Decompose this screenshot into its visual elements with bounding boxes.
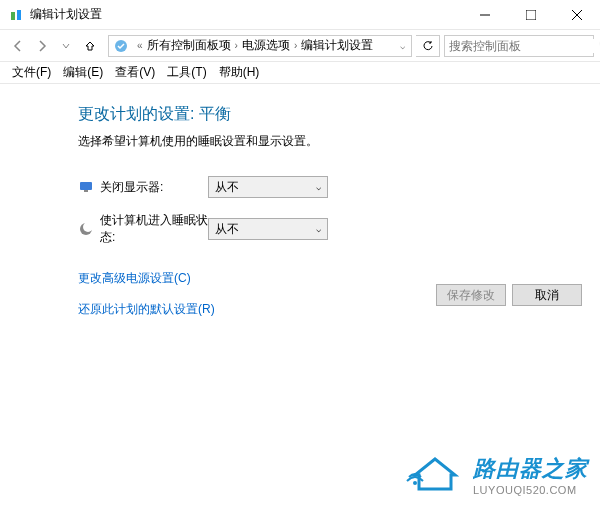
close-button[interactable]: [554, 0, 600, 30]
navbar: « 所有控制面板项 › 电源选项 › 编辑计划设置 ⌵ 🔍: [0, 30, 600, 62]
svg-point-10: [83, 222, 93, 232]
control-panel-icon: [113, 38, 129, 54]
recent-dropdown[interactable]: [56, 36, 76, 56]
svg-rect-8: [84, 190, 88, 192]
breadcrumb-item[interactable]: 电源选项: [242, 37, 290, 54]
save-button[interactable]: 保存修改: [436, 284, 506, 306]
button-bar: 保存修改 取消: [436, 284, 582, 306]
watermark: 路由器之家 LUYOUQI520.COM: [405, 451, 588, 499]
search-box[interactable]: 🔍: [444, 35, 594, 57]
chevron-right-icon: «: [137, 40, 143, 51]
dropdown-value: 从不: [215, 179, 316, 196]
chevron-right-icon: ›: [294, 40, 297, 51]
dropdown-value: 从不: [215, 221, 316, 238]
search-input[interactable]: [449, 39, 599, 53]
watermark-url: LUYOUQI520.COM: [473, 484, 588, 496]
monitor-icon: [78, 179, 94, 195]
watermark-text: 路由器之家 LUYOUQI520.COM: [473, 454, 588, 496]
menu-tools[interactable]: 工具(T): [161, 64, 212, 81]
window-controls: [462, 0, 600, 30]
titlebar: 编辑计划设置: [0, 0, 600, 30]
window-title: 编辑计划设置: [30, 6, 462, 23]
up-button[interactable]: [80, 36, 100, 56]
svg-rect-0: [11, 12, 15, 20]
menubar: 文件(F) 编辑(E) 查看(V) 工具(T) 帮助(H): [0, 62, 600, 84]
maximize-button[interactable]: [508, 0, 554, 30]
menu-edit[interactable]: 编辑(E): [57, 64, 109, 81]
breadcrumb[interactable]: « 所有控制面板项 › 电源选项 › 编辑计划设置 ⌵: [108, 35, 412, 57]
back-button[interactable]: [8, 36, 28, 56]
breadcrumb-item[interactable]: 编辑计划设置: [301, 37, 373, 54]
chevron-down-icon: ⌵: [316, 182, 321, 192]
svg-rect-7: [80, 182, 92, 190]
setting-label: 关闭显示器:: [100, 179, 208, 196]
chevron-right-icon: ›: [235, 40, 238, 51]
chevron-down-icon[interactable]: ⌵: [400, 41, 405, 51]
watermark-logo: [405, 451, 465, 499]
app-icon: [8, 7, 24, 23]
menu-view[interactable]: 查看(V): [109, 64, 161, 81]
setting-label: 使计算机进入睡眠状态:: [100, 212, 208, 246]
setting-display-off: 关闭显示器: 从不 ⌵: [78, 176, 600, 198]
breadcrumb-item[interactable]: 所有控制面板项: [147, 37, 231, 54]
page-subtitle: 选择希望计算机使用的睡眠设置和显示设置。: [78, 133, 600, 150]
svg-rect-1: [17, 10, 21, 20]
display-off-dropdown[interactable]: 从不 ⌵: [208, 176, 328, 198]
svg-rect-3: [526, 10, 536, 20]
watermark-title: 路由器之家: [473, 454, 588, 484]
refresh-button[interactable]: [416, 35, 440, 57]
chevron-down-icon: ⌵: [316, 224, 321, 234]
cancel-button[interactable]: 取消: [512, 284, 582, 306]
svg-point-11: [413, 481, 417, 485]
menu-help[interactable]: 帮助(H): [213, 64, 266, 81]
minimize-button[interactable]: [462, 0, 508, 30]
moon-icon: [78, 221, 94, 237]
page-title: 更改计划的设置: 平衡: [78, 104, 600, 125]
sleep-dropdown[interactable]: 从不 ⌵: [208, 218, 328, 240]
forward-button[interactable]: [32, 36, 52, 56]
content-area: 更改计划的设置: 平衡 选择希望计算机使用的睡眠设置和显示设置。 关闭显示器: …: [0, 84, 600, 318]
setting-sleep: 使计算机进入睡眠状态: 从不 ⌵: [78, 212, 600, 246]
menu-file[interactable]: 文件(F): [6, 64, 57, 81]
